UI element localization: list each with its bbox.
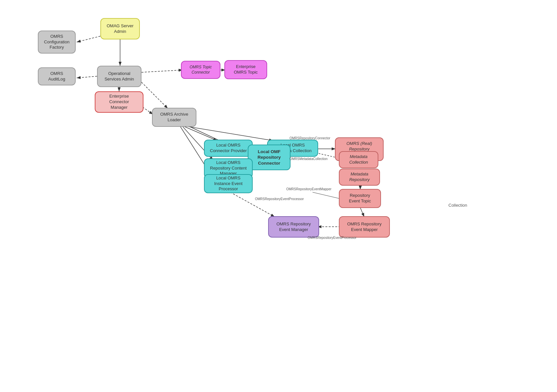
label-omrs-repo-connector: OMRSRepositoryConnector bbox=[290, 136, 330, 140]
omag-server-admin-node: OMAG Server Admin bbox=[100, 18, 140, 39]
local-omf-repository-connector-node: Local OMFRepositoryConnector bbox=[248, 145, 291, 170]
repository-event-topic-label: RepositoryEvent Topic bbox=[349, 193, 371, 204]
omag-server-admin-label: OMAG Server Admin bbox=[104, 23, 136, 35]
label-omrs-repo-event-processor2: OMRSRepositoryEventProcessor bbox=[308, 236, 356, 240]
label-omrs-metadata-collection: OMRSMetadataCollection bbox=[290, 157, 328, 161]
label-omrs-repo-event-processor1: OMRSRepositoryEventProcessor bbox=[255, 197, 304, 201]
operational-services-admin-label: OperationalServices Admin bbox=[105, 71, 134, 82]
enterprise-omrs-topic-node: EnterpriseOMRS Topic bbox=[224, 60, 267, 79]
omrs-topic-connector-label: OMRS TopicConnector bbox=[190, 65, 212, 75]
omrs-config-factory-label: OMRSConfigurationFactory bbox=[44, 34, 69, 51]
omrs-topic-connector-node: OMRS TopicConnector bbox=[181, 61, 220, 79]
svg-line-11 bbox=[188, 127, 273, 141]
local-omrs-connector-provider-node: Local OMRSConnector Provider bbox=[204, 140, 253, 157]
svg-line-5 bbox=[141, 70, 183, 72]
local-omrs-instance-event-processor-node: Local OMRSInstance EventProcessor bbox=[204, 174, 253, 193]
svg-line-18 bbox=[360, 208, 364, 217]
svg-line-10 bbox=[184, 127, 217, 141]
omrs-archive-loader-label: OMRS ArchiveLoader bbox=[160, 112, 188, 123]
omrs-repo-event-mapper-label: OMRS RepositoryEvent Mapper bbox=[347, 221, 382, 233]
local-omf-repository-connector-label: Local OMFRepositoryConnector bbox=[258, 149, 281, 166]
diagram-svg bbox=[0, 0, 557, 392]
label-omrs-repo-event-mapper: OMRSRepositoryEventMapper bbox=[286, 187, 331, 191]
svg-line-4 bbox=[77, 76, 97, 78]
svg-line-2 bbox=[77, 36, 100, 42]
omrs-audit-log-label: OMRSAuditLog bbox=[48, 71, 65, 82]
svg-line-9 bbox=[141, 82, 168, 108]
svg-line-20 bbox=[230, 192, 275, 217]
diagram-container: OMAG Server Admin OMRSConfigurationFacto… bbox=[0, 0, 557, 392]
label-collection: Collection bbox=[448, 203, 467, 208]
local-omrs-instance-event-processor-label: Local OMRSInstance EventProcessor bbox=[214, 175, 242, 192]
omrs-repo-event-manager-node: OMRS RepositoryEvent Manager bbox=[268, 216, 319, 238]
enterprise-connector-manager-label: EnterpriseConnectorManager bbox=[109, 94, 129, 110]
repository-event-topic-node: RepositoryEvent Topic bbox=[339, 189, 381, 208]
omrs-audit-log-node: OMRSAuditLog bbox=[38, 67, 76, 85]
enterprise-omrs-topic-label: EnterpriseOMRS Topic bbox=[234, 64, 258, 75]
omrs-repo-event-manager-label: OMRS RepositoryEvent Manager bbox=[276, 221, 311, 233]
omrs-repo-event-mapper-node: OMRS RepositoryEvent Mapper bbox=[339, 216, 390, 238]
metadata-collection-label: MetadataCollection bbox=[349, 154, 368, 165]
enterprise-connector-manager-node: EnterpriseConnectorManager bbox=[95, 91, 143, 113]
omrs-archive-loader-node: OMRS ArchiveLoader bbox=[152, 108, 196, 127]
svg-line-21 bbox=[313, 192, 341, 199]
local-omrs-connector-provider-label: Local OMRSConnector Provider bbox=[210, 143, 247, 154]
omrs-config-factory-node: OMRSConfigurationFactory bbox=[38, 31, 76, 54]
operational-services-admin-node: OperationalServices Admin bbox=[97, 66, 141, 87]
metadata-repository-label: MetadataRepository bbox=[349, 172, 369, 183]
metadata-collection-node: MetadataCollection bbox=[339, 151, 378, 168]
metadata-repository-node: MetadataRepository bbox=[339, 169, 380, 186]
